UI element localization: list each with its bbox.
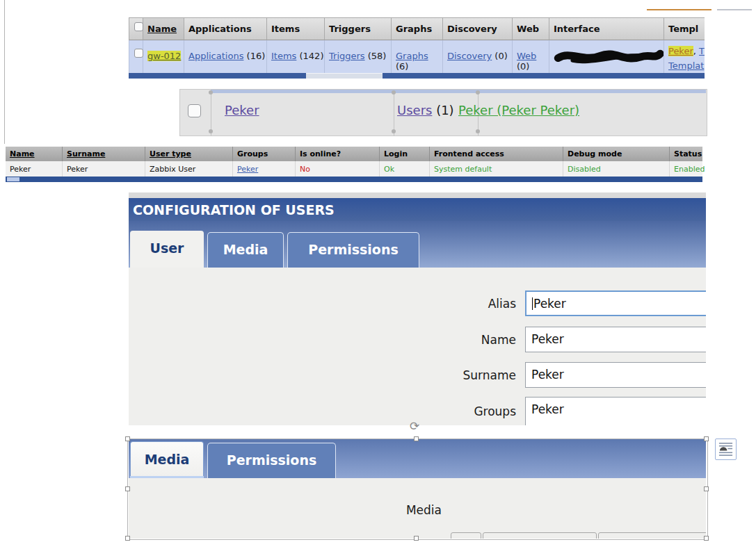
top-gray-line <box>717 9 752 10</box>
divider-handle <box>476 129 480 133</box>
resize-handle-bl[interactable] <box>125 536 130 541</box>
layout-options-button[interactable] <box>715 439 737 460</box>
user-col-debug: Debug mode <box>563 147 670 161</box>
resize-handle-mr[interactable] <box>704 486 709 491</box>
select-all-checkbox[interactable] <box>134 22 143 31</box>
items-link[interactable]: Items <box>271 51 296 61</box>
host-col-triggers: Triggers <box>325 17 392 40</box>
redacted-scribble <box>554 46 663 68</box>
group-name-cell: Peker <box>225 103 259 117</box>
group-row-top-strip <box>211 90 706 93</box>
triggers-link[interactable]: Triggers <box>329 51 365 61</box>
host-row-interface-cell <box>549 40 664 73</box>
divider-handle <box>392 90 396 95</box>
tab-media[interactable]: Media <box>207 232 284 268</box>
divider-handle <box>209 129 213 133</box>
top-orange-line <box>647 9 711 10</box>
name-field[interactable]: Peker <box>525 327 706 352</box>
group-members-link[interactable]: Peker (Peker Peker) <box>458 103 579 117</box>
resize-handle-ml[interactable] <box>125 486 130 491</box>
divider-handle <box>209 90 213 95</box>
host-row-checkbox-cell <box>129 40 143 73</box>
group-name-link[interactable]: Peker <box>225 103 259 117</box>
user-cell-name: Peker <box>6 161 63 177</box>
surname-field[interactable]: Peker <box>525 362 706 388</box>
host-col-graphs: Graphs <box>392 17 443 40</box>
host-col-web: Web <box>513 17 549 40</box>
template-link-peker[interactable]: Peker <box>668 46 693 56</box>
host-col-items: Items <box>267 17 325 40</box>
layout-options-icon <box>718 441 734 457</box>
user-cell-debug: Disabled <box>563 161 670 177</box>
divider-handle <box>476 90 480 95</box>
tab-permissions-lower[interactable]: Permissions <box>207 443 336 478</box>
template-link-3[interactable]: Templat <box>668 60 704 71</box>
alias-field[interactable]: Peker <box>525 290 706 316</box>
media-content: Media Email batchenr@tikal <box>129 478 706 539</box>
groups-label: Groups <box>377 404 516 418</box>
group-members-cell: Peker (Peker Peker) <box>458 103 579 117</box>
host-header-checkbox-cell <box>129 17 143 40</box>
user-col-surname[interactable]: Surname <box>63 147 145 161</box>
user-groups-link[interactable]: Peker <box>237 165 258 174</box>
media-address-cell: batchenr@tikal <box>598 532 706 539</box>
resize-handle-tr[interactable] <box>704 436 709 441</box>
host-table-bottom-bar <box>129 73 705 79</box>
applications-link[interactable]: Applications <box>188 51 243 61</box>
user-cell-surname: Peker <box>63 161 145 177</box>
left-margin-line <box>4 0 5 144</box>
resize-handle-tl[interactable] <box>125 436 130 441</box>
host-row-templates-cell: Peker, T Templat <box>664 40 705 73</box>
resize-handle-tc[interactable] <box>414 436 419 441</box>
user-bottom-tab <box>7 177 19 181</box>
alias-label: Alias <box>377 297 516 311</box>
host-col-name[interactable]: Name <box>143 17 184 40</box>
user-col-usertype[interactable]: User type <box>145 147 233 161</box>
group-users-link[interactable]: Users <box>397 103 432 117</box>
graphs-link[interactable]: Graphs <box>396 51 428 61</box>
tab-permissions[interactable]: Permissions <box>287 232 419 268</box>
discovery-link[interactable]: Discovery <box>447 51 492 61</box>
user-list-table: Name Surname User type Groups Is online?… <box>6 147 702 182</box>
config-title: CONFIGURATION OF USERS <box>133 202 335 218</box>
media-label: Media <box>337 503 442 517</box>
user-cell-groups: Peker <box>233 161 296 177</box>
host-row-applications-cell: Applications (16) <box>184 40 267 73</box>
media-tab-bar: Media Permissions <box>129 439 706 478</box>
media-type-cell: Email <box>483 532 597 539</box>
tab-user[interactable]: User <box>130 231 204 268</box>
config-title-bar: CONFIGURATION OF USERS <box>129 198 706 221</box>
divider-handle <box>392 129 396 133</box>
config-top-strip <box>129 192 706 198</box>
rotate-handle-icon[interactable]: ⟳ <box>410 419 419 433</box>
resize-handle-bc[interactable] <box>414 536 419 541</box>
user-cell-usertype: Zabbix User <box>145 161 233 177</box>
user-col-isonline: Is online? <box>296 147 380 161</box>
media-checkbox-cell <box>451 532 481 539</box>
surname-label: Surname <box>377 368 516 382</box>
user-group-row: Peker Users (1) Peker (Peker Peker) <box>179 89 707 136</box>
host-row-discovery-cell: Discovery (0) <box>443 40 513 73</box>
host-table: Name Applications Items Triggers Graphs … <box>129 17 705 79</box>
host-name-link[interactable]: gw-012 <box>147 51 181 61</box>
web-link[interactable]: Web <box>517 51 536 61</box>
groups-field[interactable]: Peker <box>525 397 706 425</box>
user-col-login: Login <box>380 147 430 161</box>
group-users-cell: Users (1) <box>397 103 454 117</box>
host-row-triggers-cell: Triggers (58) <box>325 40 392 73</box>
host-row-graphs-cell: Graphs (6) <box>392 40 443 73</box>
host-bottom-widget <box>306 73 383 79</box>
template-link-2[interactable]: T <box>699 46 705 56</box>
host-col-interface: Interface <box>549 17 664 40</box>
name-label: Name <box>377 333 516 347</box>
user-cell-status: Enabled <box>670 161 702 177</box>
group-row-checkbox[interactable] <box>188 104 201 117</box>
host-row-web-cell: Web (0) <box>513 40 549 73</box>
resize-handle-br[interactable] <box>704 536 709 541</box>
user-table-bottom-bar <box>6 177 702 182</box>
user-cell-frontend: System default <box>430 161 563 177</box>
user-col-name[interactable]: Name <box>6 147 63 161</box>
tab-media-active[interactable]: Media <box>130 441 204 478</box>
host-row-checkbox[interactable] <box>134 49 143 58</box>
host-col-applications: Applications <box>184 17 267 40</box>
